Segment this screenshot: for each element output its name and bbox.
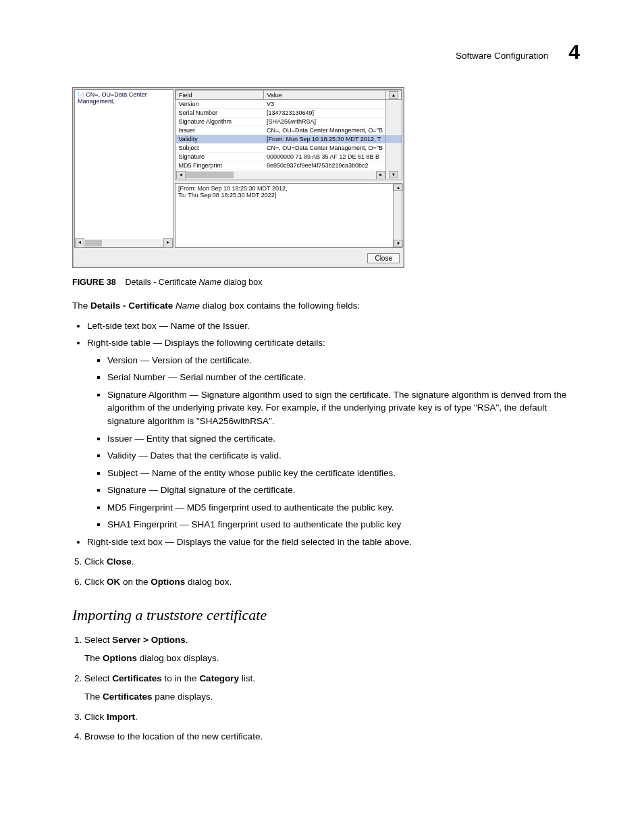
certificate-fields-table[interactable]: Field Value ▴ VersionV3Serial Number[134… — [175, 89, 402, 180]
cell-value: CN=, OU=Data Center Management, O="B — [264, 144, 386, 153]
horizontal-scrollbar[interactable]: ◂ ▸ — [75, 239, 173, 247]
table-horizontal-scrollbar[interactable]: ◂ ▸ — [176, 171, 386, 179]
cell-field: Serial Number — [176, 109, 264, 118]
list-item: Right-side table — Displays the followin… — [87, 336, 580, 531]
scroll-up-icon[interactable]: ▴ — [389, 91, 398, 99]
table-row[interactable]: VersionV3 — [176, 100, 402, 109]
scroll-down-icon[interactable]: ▾ — [389, 171, 398, 178]
step-item: Select Certificates to in the Category l… — [84, 672, 580, 704]
table-row[interactable]: SubjectCN=, OU=Data Center Management, O… — [176, 144, 402, 153]
list-item: Issuer — Entity that signed the certific… — [107, 432, 580, 446]
chapter-number: 4 — [568, 41, 580, 63]
table-row[interactable]: Validity[From: Mon Sep 10 18:25:30 MDT 2… — [176, 135, 402, 144]
table-row[interactable]: Signature Algorithm[SHA256withRSA] — [176, 118, 402, 126]
field-detail-textbox[interactable]: [From: Mon Sep 10 18:25:30 MDT 2012, To:… — [175, 183, 402, 248]
table-row[interactable]: MD5 Fingerprint8e850c937cf9eef4f753b219c… — [176, 161, 402, 170]
detail-line: To: Thu Sep 08 18:25:30 MDT 2022] — [178, 192, 399, 199]
list-item: Serial Number — Serial number of the cer… — [107, 371, 580, 384]
step-item: Browse to the location of the new certif… — [84, 730, 580, 744]
step-item: Select Server > Options. The Options dia… — [84, 633, 580, 665]
cell-field: Signature Algorithm — [176, 118, 264, 126]
page-header: Software Configuration 4 — [64, 41, 580, 63]
header-title: Software Configuration — [456, 51, 548, 61]
step-item: Click Close. — [84, 555, 580, 569]
cell-field: Subject — [176, 144, 264, 153]
sub-bullet-list: Version — Version of the certificate. Se… — [107, 354, 580, 531]
list-item: Validity — Dates that the certificate is… — [107, 449, 580, 463]
list-item: Signature Algorithm — Signature algorith… — [107, 388, 580, 428]
scroll-right-icon[interactable]: ▸ — [376, 171, 385, 180]
issuer-tree-pane[interactable]: CN=, OU=Data Center Management, ◂ ▸ — [74, 89, 173, 248]
col-value[interactable]: Value — [264, 90, 386, 100]
table-row[interactable]: Signature00000000 71 89 AB 35 AF 12 DE 5… — [176, 153, 402, 161]
cell-value: CN=, OU=Data Center Management, O="B — [264, 126, 386, 135]
scroll-down-icon[interactable]: ▾ — [394, 240, 403, 247]
cell-field: MD5 Fingerprint — [176, 161, 264, 170]
vertical-scrollbar[interactable]: ▴ ▾ — [393, 184, 402, 247]
cell-value: [1347323130649] — [264, 109, 386, 118]
figure-label: FIGURE 38 — [72, 278, 116, 287]
scroll-up-icon[interactable]: ▴ — [394, 184, 403, 191]
certificate-details-dialog: CN=, OU=Data Center Management, ◂ ▸ Fiel… — [72, 87, 404, 268]
table-row[interactable]: IssuerCN=, OU=Data Center Management, O=… — [176, 126, 402, 135]
step-item: Click OK on the Options dialog box. — [84, 575, 580, 589]
section-heading: Importing a truststore certificate — [72, 606, 580, 624]
document-page: Software Configuration 4 CN=, OU=Data Ce… — [0, 0, 644, 834]
cell-value: [SHA256withRSA] — [264, 118, 386, 126]
list-item: Right-side text box — Displays the value… — [87, 536, 580, 549]
list-item: Signature — Digital signature of the cer… — [107, 484, 580, 497]
cell-value: 8e850c937cf9eef4f753b219ca3b0bc2 — [264, 161, 386, 170]
continue-steps: Click Close. Click OK on the Options dia… — [71, 555, 580, 588]
close-button[interactable]: Close — [367, 253, 400, 263]
scroll-right-icon[interactable]: ▸ — [163, 238, 173, 248]
cell-value: [From: Mon Sep 10 18:25:30 MDT 2012, T — [264, 135, 386, 144]
scroll-left-icon[interactable]: ◂ — [176, 171, 186, 180]
list-item: Left-side text box — Name of the Issuer. — [87, 319, 580, 333]
table-row[interactable]: Serial Number[1347323130649] — [176, 109, 402, 118]
cell-value: V3 — [264, 100, 386, 109]
cell-field: Version — [176, 100, 264, 109]
figure-caption: FIGURE 38 Details - Certificate Name dia… — [72, 278, 580, 287]
list-item: SHA1 Fingerprint — SHA1 fingerprint used… — [107, 518, 580, 531]
scroll-left-icon[interactable]: ◂ — [75, 238, 84, 248]
cell-field: Validity — [176, 135, 264, 144]
list-item: Version — Version of the certificate. — [107, 354, 580, 367]
col-field[interactable]: Field — [176, 90, 264, 100]
tree-item[interactable]: CN=, OU=Data Center Management, — [75, 90, 173, 106]
import-steps: Select Server > Options. The Options dia… — [71, 633, 580, 744]
cell-field: Signature — [176, 153, 264, 161]
list-item: MD5 Fingerprint — MD5 fingerprint used t… — [107, 501, 580, 515]
field-bullet-list: Left-side text box — Name of the Issuer.… — [87, 319, 580, 549]
list-item: Subject — Name of the entity whose publi… — [107, 467, 580, 480]
cell-field: Issuer — [176, 126, 264, 135]
cell-value: 00000000 71 89 AB 35 AF 12 DE 51 8B B — [264, 153, 386, 161]
step-item: Click Import. — [84, 710, 580, 724]
detail-line: [From: Mon Sep 10 18:25:30 MDT 2012, — [178, 185, 399, 192]
intro-paragraph: The Details - Certificate Name dialog bo… — [72, 299, 580, 313]
